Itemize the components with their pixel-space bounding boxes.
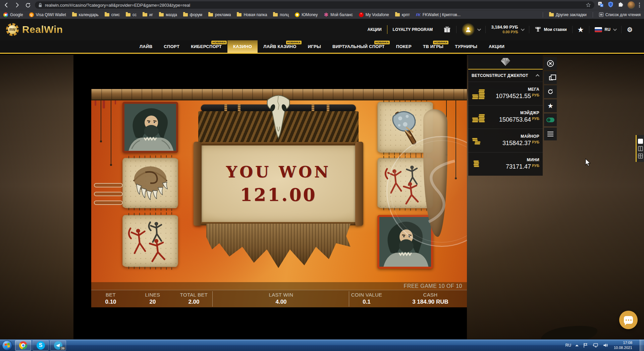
volume-icon[interactable]: [603, 343, 608, 348]
bookmark-vodafone[interactable]: ’My Vodafone: [359, 12, 389, 17]
nav-cybersport[interactable]: КИБЕРСПОРТНОВИНКА: [185, 40, 227, 53]
nav-casino[interactable]: КАЗИНО: [227, 40, 258, 53]
bookmark-folder[interactable]: спис: [105, 12, 120, 17]
bookmark-folder[interactable]: календарь: [72, 12, 99, 17]
bookmark-qiwi[interactable]: QVisa QIWI Wallet: [29, 12, 66, 17]
nav-sport[interactable]: СПОРТ: [158, 40, 185, 53]
slot-game-scene: YOU WON 121.00 FREE GAME 10 OF 10 BET0.1…: [91, 89, 467, 307]
my-bets-link[interactable]: 3 Мои ставки: [529, 19, 572, 40]
settings-button[interactable]: ⚙: [622, 19, 638, 40]
yumoney-favicon: [295, 12, 300, 17]
balance-dropdown[interactable]: 3,184.90 РУБ 0.00 РУБ: [486, 19, 529, 40]
chevron-down-icon: [477, 27, 481, 31]
back-icon[interactable]: [3, 1, 10, 9]
folder-icon: [159, 13, 164, 16]
browser-menu-icon[interactable]: [639, 3, 640, 7]
bookmarks-divider: [593, 12, 593, 17]
bookmark-folder[interactable]: крпт: [395, 12, 410, 17]
support-chat-button[interactable]: [619, 311, 638, 329]
loyalty-program-link[interactable]: LOYALTY PROGRAM: [387, 19, 438, 40]
quad-view-icon[interactable]: [638, 153, 643, 159]
nav-games[interactable]: ИГРЫ: [302, 40, 327, 53]
single-view-icon[interactable]: [638, 139, 643, 144]
keyboard-language[interactable]: RU: [566, 343, 571, 348]
nav-tv-games[interactable]: ТВ ИГРЫНОВИНКА: [417, 40, 449, 53]
nav-virtual-sport[interactable]: ВИРТУАЛЬНЫЙ СПОРТНОВИНКА: [327, 40, 390, 53]
menu-icon: [547, 134, 553, 135]
taskbar-clock[interactable]: 17:08 10.08.2021: [612, 340, 632, 350]
bookmarks-divider: [543, 12, 543, 17]
bookmark-folder[interactable]: сс: [126, 12, 137, 17]
show-desktop-button[interactable]: [640, 340, 644, 351]
game-options-button[interactable]: [544, 128, 557, 140]
qiwi-favicon: Q: [29, 12, 34, 17]
symbol-cave-hunters: [122, 215, 178, 267]
gift-button[interactable]: [438, 19, 456, 40]
forward-icon[interactable]: [13, 1, 21, 9]
close-game-button[interactable]: [544, 57, 557, 70]
taskbar-chrome[interactable]: [15, 340, 31, 351]
tier-name: МЭЙДЖР: [520, 111, 539, 116]
nav-live[interactable]: ЛАЙВ: [134, 40, 158, 53]
folder-icon: [395, 13, 400, 16]
bookmark-star-icon[interactable]: [586, 2, 591, 8]
bull-skull-icon: [262, 90, 295, 141]
bookmark-folder[interactable]: форум: [183, 12, 202, 17]
bookmarks-bar: Google QVisa QIWI Wallet календарь спис …: [0, 10, 644, 19]
shield-extension-icon[interactable]: [608, 1, 613, 9]
stat-last-win: LAST WIN4.00: [269, 292, 293, 305]
bookmark-yumoney[interactable]: ЮMoney: [295, 12, 318, 17]
free-game-counter: FREE GAME 10 OF 10: [91, 282, 467, 290]
browser-profile-avatar[interactable]: [628, 1, 635, 9]
favorites-button[interactable]: ★: [573, 19, 589, 40]
puzzle-extension-icon[interactable]: [618, 1, 624, 9]
nav-live-casino[interactable]: ЛАЙВ КАЗИНОНОВИНКА: [258, 40, 302, 53]
bookmark-folder[interactable]: Новая папка: [237, 12, 267, 17]
realwin-logo[interactable]: RW RealWin: [6, 23, 63, 36]
bookmark-google[interactable]: Google: [3, 12, 23, 17]
rw-chip-icon: RW: [6, 23, 19, 36]
nav-promotions[interactable]: АКЦИИ: [483, 40, 510, 53]
hidden-icons-arrow[interactable]: [575, 345, 579, 346]
real-play-toggle[interactable]: [544, 114, 557, 126]
taskbar-telegram[interactable]: 39: [50, 340, 66, 351]
jackpot-title-row[interactable]: BETCONSTRUCT ДЖЕКПОТ: [468, 70, 543, 82]
bookmark-folder[interactable]: мазда: [159, 12, 177, 17]
main-navigation: ЛАЙВ СПОРТ КИБЕРСПОРТНОВИНКА КАЗИНО ЛАЙВ…: [0, 40, 644, 54]
nav-poker[interactable]: ПОКЕР: [390, 40, 417, 53]
bookmark-folder[interactable]: полц: [273, 12, 289, 17]
url-text[interactable]: realwin.com/#/casino/?category=all&provi…: [45, 3, 583, 8]
header-promos-link[interactable]: АКЦИИ: [362, 19, 387, 40]
network-icon[interactable]: [592, 343, 599, 348]
account-menu[interactable]: [457, 19, 485, 40]
bookmark-folder[interactable]: иг: [143, 12, 153, 17]
game-menu-handle[interactable]: [94, 183, 123, 209]
coins-icon: [472, 160, 482, 169]
bookmark-folder[interactable]: реклама: [208, 12, 231, 17]
reload-game-button[interactable]: [544, 85, 557, 98]
reload-icon[interactable]: [24, 1, 32, 9]
translate-icon[interactable]: Aя: [598, 1, 604, 9]
chrome-icon: [19, 341, 27, 349]
reading-list[interactable]: Список для чтения: [599, 12, 641, 17]
other-bookmarks[interactable]: Другие закладки: [549, 12, 587, 17]
language-selector[interactable]: RU: [589, 19, 621, 40]
address-bar[interactable]: realwin.com/#/casino/?category=all&provi…: [35, 1, 594, 9]
tier-name: МЕГА: [528, 87, 539, 92]
tier-currency: РУБ: [532, 163, 539, 168]
windows-logo-icon: [4, 343, 10, 348]
tier-name: МАЙНОР: [521, 134, 539, 139]
taskbar-skype[interactable]: S: [33, 340, 49, 351]
action-center-flag-icon[interactable]: [583, 343, 588, 348]
telegram-badge: 39: [60, 347, 65, 350]
bookmark-balance[interactable]: ✻Мой баланс: [324, 12, 353, 17]
svg-text:я: я: [601, 4, 602, 7]
multi-window-button[interactable]: [544, 71, 557, 84]
split-view-icon[interactable]: [638, 146, 643, 151]
nav-tournaments[interactable]: ТУРНИРЫ: [449, 40, 483, 53]
bookmark-fkwallet[interactable]: FKFKWallet | Криптов...: [416, 12, 461, 17]
start-button[interactable]: [2, 340, 12, 351]
favorite-game-button[interactable]: ★: [544, 99, 557, 112]
collapse-chevron-icon[interactable]: [536, 74, 539, 78]
coins-icon: [472, 88, 486, 100]
